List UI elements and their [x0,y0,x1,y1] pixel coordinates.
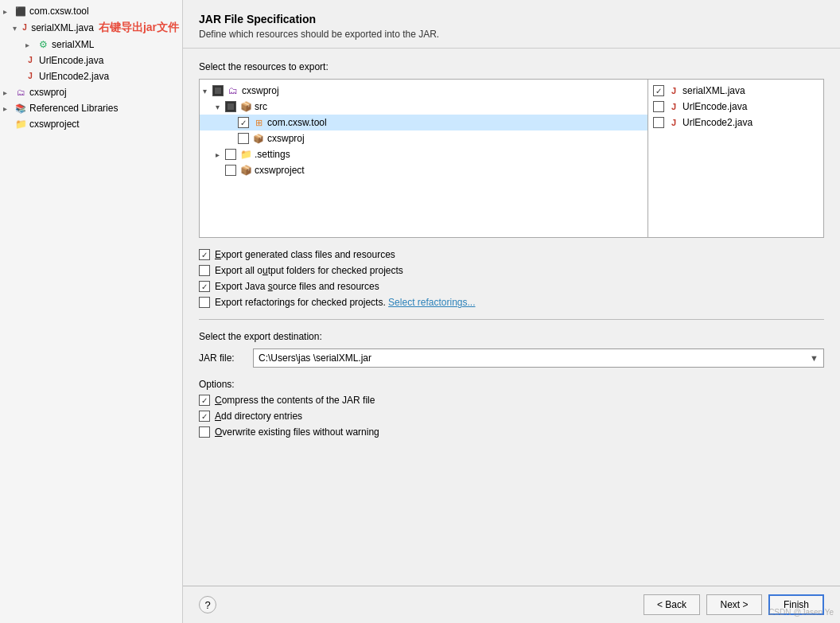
jar-dialog-panel: JAR File Specification Define which reso… [183,0,840,623]
tree-item-serialxml[interactable]: ▸ ⚙ serialXML [0,37,182,53]
resources-area: ▾ 🗂 cxswproj ▾ 📦 src ▸ ⊞ com. [199,79,824,238]
cb-export-java[interactable] [199,281,210,292]
class-icon: ⚙ [37,38,49,51]
res-java-icon-1: J [667,84,680,97]
java-icon-2: J [24,54,37,67]
tree-label-urlencode2-java: UrlEncode2.java [39,71,109,82]
tree-arrow-serialxml: ▸ [25,41,35,49]
tree-item-serialxml-java[interactable]: ▾ J serialXML.java 右键导出jar文件 [0,19,182,37]
res-label-cxswproject-sub: cxswproject [255,165,305,176]
jar-file-dropdown-icon[interactable]: ▼ [810,353,819,363]
tree-label-serialxml: serialXML [52,39,94,50]
cb-label-export-refactoring: Export refactorings for checked projects… [215,297,388,308]
res-project-icon-2: 📦 [239,164,252,177]
res-list-cb-serialxml[interactable] [653,85,664,96]
dialog-subtitle: Define which resources should be exporte… [199,29,824,40]
export-checkboxes: Export generated class files and resourc… [199,249,824,308]
res-list-label-urlencode2: UrlEncode2.java [682,117,752,128]
tree-arrow-com-cxsw-tool: ▸ [3,7,13,16]
back-button[interactable]: < Back [644,594,700,615]
res-list-urlencode[interactable]: J UrlEncode.java [648,99,823,115]
cb-label-compress: Compress the contents of the JAR file [215,395,375,406]
watermark-label: CSDN @Jasen Ye [768,608,834,617]
next-button[interactable]: Next > [706,594,762,615]
res-tree-cxswproject-sub[interactable]: ▸ 📦 cxswproject [200,162,648,178]
tree-item-com-cxsw-tool[interactable]: ▸ ⬛ com.cxsw.tool [0,3,182,19]
cb-export-output[interactable] [199,265,210,276]
cb-row-export-output[interactable]: Export all output folders for checked pr… [199,265,824,276]
annotation-label: 右键导出jar文件 [99,21,179,35]
res-label-src: src [255,101,267,112]
cb-row-export-java[interactable]: Export Java source files and resources [199,281,824,292]
cb-compress[interactable] [199,395,210,406]
cb-export-class[interactable] [199,249,210,260]
res-label-com-cxsw-tool: com.cxsw.tool [267,117,327,128]
res-list-cb-urlencode[interactable] [653,101,664,112]
res-arrow-src: ▾ [216,103,225,111]
cb-label-export-output: Export all output folders for checked pr… [215,265,403,276]
cb-export-refactoring[interactable] [199,297,210,308]
res-tree-com-cxsw-tool[interactable]: ▸ ⊞ com.cxsw.tool [200,115,648,130]
project-icon: 🗂 [14,86,27,99]
cb-label-export-java: Export Java source files and resources [215,281,379,292]
tree-item-cxswproject[interactable]: ▸ 📁 cxswproject [0,116,182,132]
res-tree-cxswproj[interactable]: ▾ 🗂 cxswproj [200,83,648,99]
res-tree-src[interactable]: ▾ 📦 src [200,99,648,115]
res-java-icon-3: J [667,116,680,129]
tree-item-urlencode2-java[interactable]: ▸ J UrlEncode2.java [0,68,182,84]
cb-label-overwrite: Overwrite existing files without warning [215,426,379,438]
res-list-label-urlencode: UrlEncode.java [682,101,747,112]
res-package-icon: ⊞ [252,116,265,129]
cb-row-directory[interactable]: Add directory entries [199,411,824,422]
jar-file-label: JAR file: [199,352,247,364]
cb-label-export-class: Export generated class files and resourc… [215,249,395,260]
dialog-footer: ? < Back Next > Finish [183,586,840,623]
tree-label-urlencode-java: UrlEncode.java [39,55,103,66]
cb-overwrite[interactable] [199,426,210,438]
res-label-cxswproj-sub: cxswproj [267,133,305,144]
res-list-label-serialxml: serialXML.java [682,85,745,96]
res-cb-cxswproj[interactable] [212,85,224,96]
res-tree-settings[interactable]: ▸ 📁 .settings [200,146,648,162]
dialog-header: JAR File Specification Define which reso… [183,0,840,49]
res-cb-src[interactable] [225,101,236,112]
select-refactorings-link[interactable]: Select refactorings... [388,297,475,308]
jar-file-input[interactable]: C:\Users\jas \serialXML.jar ▼ [253,348,824,368]
res-cb-cxswproj-sub[interactable] [238,133,249,144]
res-java-icon-2: J [667,100,680,113]
res-arrow-settings: ▸ [216,150,225,159]
tree-item-referenced-libraries[interactable]: ▸ 📚 Referenced Libraries [0,100,182,116]
cb-directory[interactable] [199,411,210,422]
java-icon: J [21,21,29,34]
res-label-cxswproj: cxswproj [242,85,279,96]
cb-row-compress[interactable]: Compress the contents of the JAR file [199,395,824,406]
res-cb-cxswproject-sub[interactable] [225,165,236,176]
res-cb-com-cxsw-tool[interactable] [238,117,249,128]
tree-label-referenced-libraries: Referenced Libraries [29,103,118,114]
options-checkboxes: Compress the contents of the JAR file Ad… [199,395,824,438]
res-cb-settings[interactable] [225,149,236,160]
help-button[interactable]: ? [199,596,216,613]
res-list-cb-urlencode2[interactable] [653,117,664,128]
res-list-serialxml[interactable]: J serialXML.java [648,83,823,99]
dialog-title: JAR File Specification [199,13,824,25]
tree-item-cxswproj[interactable]: ▸ 🗂 cxswproj [0,84,182,100]
tree-label-cxswproj: cxswproj [29,87,67,98]
tree-arrow-cxswproj: ▸ [3,88,13,97]
project-icon-2: 📁 [14,118,27,130]
file-tree-panel: ▸ ⬛ com.cxsw.tool ▾ J serialXML.java 右键导… [0,0,183,623]
res-tree-cxswproj-sub[interactable]: ▸ 📦 cxswproj [200,130,648,146]
res-label-settings: .settings [255,149,290,160]
package-icon: ⬛ [14,5,27,18]
res-list-urlencode2[interactable]: J UrlEncode2.java [648,115,823,130]
resource-tree[interactable]: ▾ 🗂 cxswproj ▾ 📦 src ▸ ⊞ com. [200,80,648,237]
tree-label-com-cxsw-tool: com.cxsw.tool [29,6,89,17]
tree-label-serialxml-java: serialXML.java [31,22,94,33]
cb-row-export-refactoring[interactable]: Export refactorings for checked projects… [199,297,824,308]
jar-file-row: JAR file: C:\Users\jas \serialXML.jar ▼ [199,348,824,368]
tree-item-urlencode-java[interactable]: ▸ J UrlEncode.java [0,53,182,68]
cb-row-overwrite[interactable]: Overwrite existing files without warning [199,426,824,438]
tree-arrow-reflibs: ▸ [3,104,13,113]
resource-list: J serialXML.java J UrlEncode.java J UrlE… [648,80,823,237]
cb-row-export-class[interactable]: Export generated class files and resourc… [199,249,824,260]
